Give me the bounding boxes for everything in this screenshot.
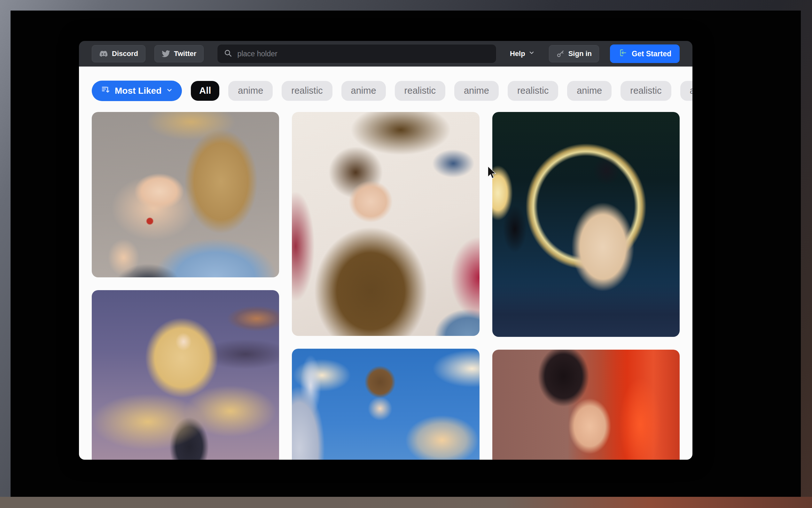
help-label: Help — [510, 50, 525, 58]
screen-background: Discord Twitter Help — [10, 10, 801, 497]
filter-pill-all[interactable]: All — [191, 81, 219, 101]
twitter-label: Twitter — [174, 50, 196, 58]
gallery-grid — [92, 112, 680, 460]
filter-pill[interactable]: realistic — [282, 81, 332, 101]
discord-label: Discord — [112, 50, 138, 58]
chevron-down-icon — [528, 50, 535, 58]
search-bar[interactable] — [217, 44, 496, 64]
search-input[interactable] — [237, 49, 490, 58]
chevron-down-icon — [166, 86, 173, 96]
gallery-page: Most Liked All animerealisticanimerealis… — [79, 67, 692, 460]
desk-strip — [0, 497, 812, 508]
filter-pill[interactable]: realistic — [508, 81, 558, 101]
gallery-card-5[interactable] — [292, 349, 479, 460]
filter-pill[interactable]: anime — [341, 81, 386, 101]
gallery-column-2 — [292, 112, 479, 460]
filter-pill[interactable]: realistic — [395, 81, 445, 101]
gallery-card-3[interactable] — [492, 112, 680, 337]
key-icon — [556, 50, 565, 58]
get-started-button[interactable]: Get Started — [610, 44, 680, 63]
gallery-card-6[interactable] — [492, 350, 680, 460]
gallery-column-3 — [492, 112, 680, 460]
top-navbar: Discord Twitter Help — [79, 41, 692, 67]
login-icon — [618, 48, 627, 59]
search-icon — [224, 49, 232, 58]
monitor-bezel: Discord Twitter Help — [0, 0, 812, 508]
gallery-card-4[interactable] — [92, 290, 279, 460]
sign-in-label: Sign in — [568, 50, 592, 58]
discord-icon — [99, 49, 108, 58]
gallery-card-2[interactable] — [292, 112, 479, 336]
filter-pill[interactable]: realistic — [621, 81, 671, 101]
filter-pill[interactable]: anime — [228, 81, 273, 101]
filter-row: Most Liked All animerealisticanimerealis… — [92, 80, 692, 101]
twitter-button[interactable]: Twitter — [154, 45, 204, 62]
get-started-label: Get Started — [632, 50, 671, 58]
discord-button[interactable]: Discord — [92, 45, 145, 62]
sort-descending-icon — [101, 85, 110, 97]
sign-in-button[interactable]: Sign in — [549, 45, 599, 62]
filter-pill[interactable]: anime — [454, 81, 499, 101]
sort-button[interactable]: Most Liked — [92, 81, 182, 101]
filter-pill[interactable]: anime — [567, 81, 612, 101]
gallery-column-1 — [92, 112, 279, 460]
filter-pill[interactable]: anime — [680, 81, 692, 101]
help-menu[interactable]: Help — [510, 50, 535, 58]
gallery-card-1[interactable] — [92, 112, 279, 278]
twitter-icon — [162, 50, 170, 58]
sort-button-label: Most Liked — [115, 86, 161, 96]
app-window: Discord Twitter Help — [79, 41, 692, 460]
